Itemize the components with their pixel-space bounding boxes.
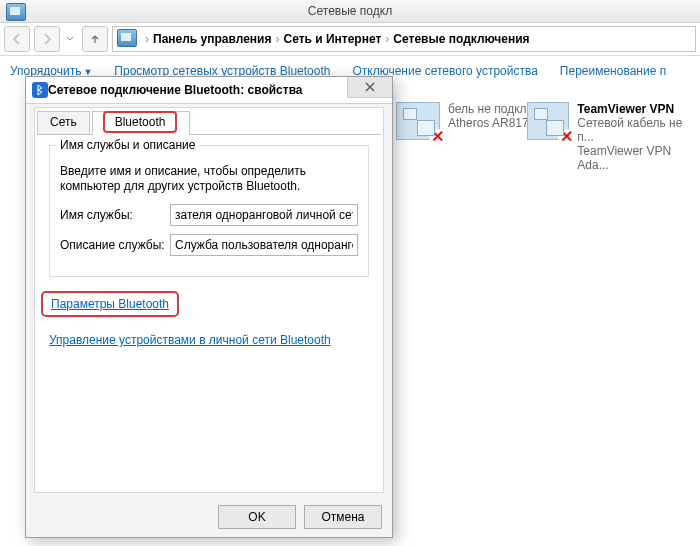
up-button[interactable]: [82, 26, 108, 52]
connection-tile[interactable]: ✕ TeamViewer VPN Сетевой кабель не п... …: [527, 102, 700, 172]
dialog-body: Сеть Bluetooth Имя службы и описание Вве…: [34, 107, 384, 493]
tile-text: TeamViewer VPN Сетевой кабель не п... Te…: [577, 102, 700, 172]
breadcrumb-sep-icon: ›: [275, 32, 279, 46]
tab-panel-bluetooth: Имя службы и описание Введите имя и опис…: [37, 134, 381, 490]
tab-bluetooth[interactable]: Bluetooth: [92, 111, 191, 135]
link-bluetooth-params[interactable]: Параметры Bluetooth: [51, 297, 169, 311]
highlight-annotation: Параметры Bluetooth: [41, 291, 179, 317]
app-icon: [6, 3, 26, 24]
back-button[interactable]: [4, 26, 30, 52]
tile-status: Сетевой кабель не п...: [577, 116, 700, 144]
arrow-left-icon: [11, 33, 23, 45]
nav-bar: › Панель управления › Сеть и Интернет › …: [0, 23, 700, 56]
tab-bluetooth-label: Bluetooth: [115, 115, 166, 129]
disconnected-x-icon: ✕: [429, 129, 445, 145]
breadcrumb-level3[interactable]: Сетевые подключения: [393, 32, 529, 46]
close-icon: [365, 82, 375, 92]
service-desc-label: Описание службы:: [60, 238, 170, 252]
service-desc-row: Описание службы:: [60, 234, 358, 256]
link-row: Управление устройствами в личной сети Bl…: [49, 333, 369, 347]
dialog-button-row: OK Отмена: [218, 505, 382, 529]
close-button[interactable]: [347, 77, 392, 98]
ok-button[interactable]: OK: [218, 505, 296, 529]
tab-strip: Сеть Bluetooth: [35, 108, 383, 134]
address-bar[interactable]: › Панель управления › Сеть и Интернет › …: [112, 26, 696, 52]
breadcrumb-level2[interactable]: Сеть и Интернет: [283, 32, 381, 46]
service-desc-input[interactable]: [170, 234, 358, 256]
dialog-title: Сетевое подключение Bluetooth: свойства: [48, 83, 303, 97]
explorer-window: Сетевые подкл › Панель управления › Сеть…: [0, 0, 700, 546]
arrow-right-icon: [41, 33, 53, 45]
highlight-annotation: Bluetooth: [103, 111, 178, 133]
service-name-row: Имя службы:: [60, 204, 358, 226]
network-adapter-icon: ✕: [396, 102, 440, 140]
tile-device: TeamViewer VPN Ada...: [577, 144, 700, 172]
link-row: Параметры Bluetooth: [49, 291, 369, 327]
window-titlebar: Сетевые подкл: [0, 0, 700, 23]
dialog-titlebar[interactable]: Сетевое подключение Bluetooth: свойства: [26, 77, 392, 104]
disconnected-x-icon: ✕: [558, 129, 574, 145]
breadcrumb-sep-icon: ›: [385, 32, 389, 46]
service-name-input[interactable]: [170, 204, 358, 226]
tab-network[interactable]: Сеть: [37, 111, 90, 135]
bluetooth-icon: [32, 82, 48, 98]
control-panel-icon: [117, 29, 137, 50]
tile-title: TeamViewer VPN: [577, 102, 700, 116]
group-legend: Имя службы и описание: [56, 138, 199, 152]
group-description: Введите имя и описание, чтобы определить…: [60, 164, 358, 194]
forward-button[interactable]: [34, 26, 60, 52]
arrow-up-icon: [89, 33, 101, 45]
recent-locations-button[interactable]: [64, 35, 76, 43]
breadcrumb-sep-icon: ›: [145, 32, 149, 46]
cmd-rename[interactable]: Переименование п: [560, 64, 666, 78]
breadcrumb-root[interactable]: Панель управления: [153, 32, 271, 46]
link-manage-pan-devices[interactable]: Управление устройствами в личной сети Bl…: [49, 333, 331, 347]
network-adapter-icon: ✕: [527, 102, 569, 140]
service-name-label: Имя службы:: [60, 208, 170, 222]
chevron-down-icon: [66, 35, 74, 43]
window-title: Сетевые подкл: [308, 4, 392, 18]
service-name-group: Имя службы и описание Введите имя и опис…: [49, 145, 369, 277]
cancel-button[interactable]: Отмена: [304, 505, 382, 529]
properties-dialog: Сетевое подключение Bluetooth: свойства …: [25, 76, 393, 538]
